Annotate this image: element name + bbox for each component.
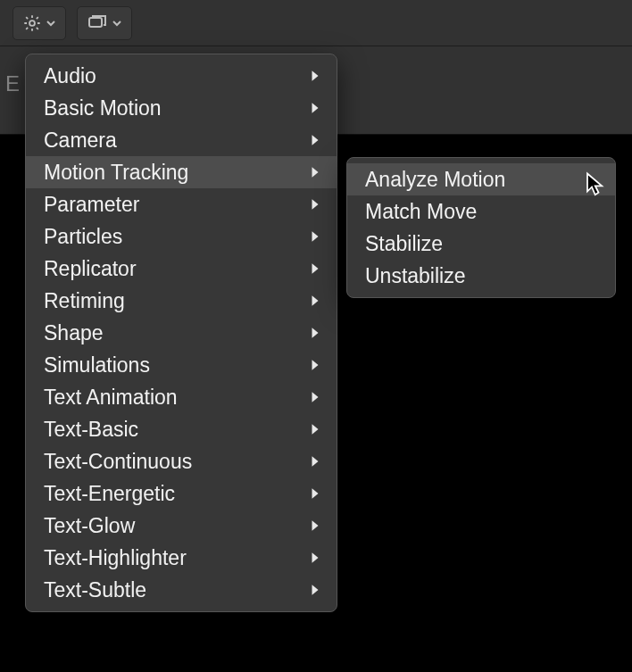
submenu-arrow-icon (310, 519, 320, 532)
menu-item-simulations[interactable]: Simulations (26, 349, 337, 381)
menu-item-particles[interactable]: Particles (26, 220, 337, 253)
menu-item-label: Audio (44, 60, 96, 92)
menu-item-text-continuous[interactable]: Text-Continuous (26, 445, 337, 477)
submenu-item-label: Stabilize (365, 228, 443, 260)
submenu-arrow-icon (310, 552, 320, 564)
submenu-arrow-icon (310, 166, 320, 178)
menu-item-label: Text-Energetic (44, 477, 175, 510)
menu-item-text-highlighter[interactable]: Text-Highlighter (26, 542, 337, 574)
submenu-item-label: Unstabilize (365, 260, 466, 292)
menu-item-label: Text-Continuous (44, 445, 192, 477)
chevron-down-icon (112, 18, 122, 29)
menu-item-label: Particles (44, 220, 122, 253)
submenu-arrow-icon (310, 70, 320, 82)
menu-item-shape[interactable]: Shape (26, 317, 337, 349)
submenu-item-unstabilize[interactable]: Unstabilize (347, 260, 615, 292)
inspector-tab-letter: E (5, 71, 20, 96)
submenu-item-analyze-motion[interactable]: Analyze Motion (347, 163, 615, 195)
toolbar (0, 0, 632, 46)
submenu-arrow-icon (310, 295, 320, 307)
submenu-item-label: Analyze Motion (365, 163, 505, 195)
menu-item-label: Camera (44, 124, 117, 156)
menu-item-parameter[interactable]: Parameter (26, 188, 337, 220)
menu-item-camera[interactable]: Camera (26, 124, 337, 156)
behaviors-popup-button[interactable] (12, 6, 66, 40)
svg-rect-1 (89, 18, 102, 27)
menu-item-label: Text Animation (44, 381, 178, 413)
filter-stack-icon (87, 14, 108, 32)
submenu-arrow-icon (310, 487, 320, 500)
menu-item-basic-motion[interactable]: Basic Motion (26, 92, 337, 124)
submenu-arrow-icon (310, 423, 320, 436)
menu-item-label: Parameter (44, 188, 139, 220)
menu-item-label: Text-Glow (44, 510, 135, 542)
menu-item-text-energetic[interactable]: Text-Energetic (26, 477, 337, 510)
submenu-arrow-icon (310, 327, 320, 339)
submenu-arrow-icon (310, 584, 320, 596)
menu-item-label: Text-Subtle (44, 574, 146, 606)
motion-tracking-submenu: Analyze MotionMatch MoveStabilizeUnstabi… (346, 157, 616, 298)
gear-icon (22, 13, 42, 33)
submenu-item-match-move[interactable]: Match Move (347, 195, 615, 228)
menu-item-label: Text-Highlighter (44, 542, 187, 574)
submenu-arrow-icon (310, 134, 320, 146)
menu-item-label: Replicator (44, 253, 137, 285)
filters-popup-button[interactable] (77, 6, 132, 40)
menu-item-motion-tracking[interactable]: Motion Tracking (26, 156, 337, 188)
menu-item-label: Motion Tracking (44, 156, 188, 188)
menu-item-label: Shape (44, 317, 104, 349)
menu-item-label: Text-Basic (44, 413, 138, 445)
menu-item-replicator[interactable]: Replicator (26, 253, 337, 285)
submenu-arrow-icon (310, 262, 320, 275)
submenu-item-label: Match Move (365, 195, 477, 228)
menu-item-label: Basic Motion (44, 92, 162, 124)
behaviors-menu: AudioBasic MotionCameraMotion TrackingPa… (25, 54, 337, 612)
chevron-down-icon (46, 18, 56, 29)
menu-item-text-basic[interactable]: Text-Basic (26, 413, 337, 445)
menu-item-label: Simulations (44, 349, 150, 381)
menu-item-retiming[interactable]: Retiming (26, 285, 337, 317)
submenu-item-stabilize[interactable]: Stabilize (347, 228, 615, 260)
svg-point-0 (29, 21, 35, 26)
submenu-arrow-icon (310, 102, 320, 114)
submenu-arrow-icon (310, 391, 320, 403)
submenu-arrow-icon (310, 359, 320, 371)
menu-item-text-glow[interactable]: Text-Glow (26, 510, 337, 542)
menu-item-label: Retiming (44, 285, 125, 317)
menu-item-text-animation[interactable]: Text Animation (26, 381, 337, 413)
menu-item-text-subtle[interactable]: Text-Subtle (26, 574, 337, 606)
menu-item-audio[interactable]: Audio (26, 60, 337, 92)
submenu-arrow-icon (310, 455, 320, 468)
submenu-arrow-icon (310, 198, 320, 211)
submenu-arrow-icon (310, 230, 320, 243)
